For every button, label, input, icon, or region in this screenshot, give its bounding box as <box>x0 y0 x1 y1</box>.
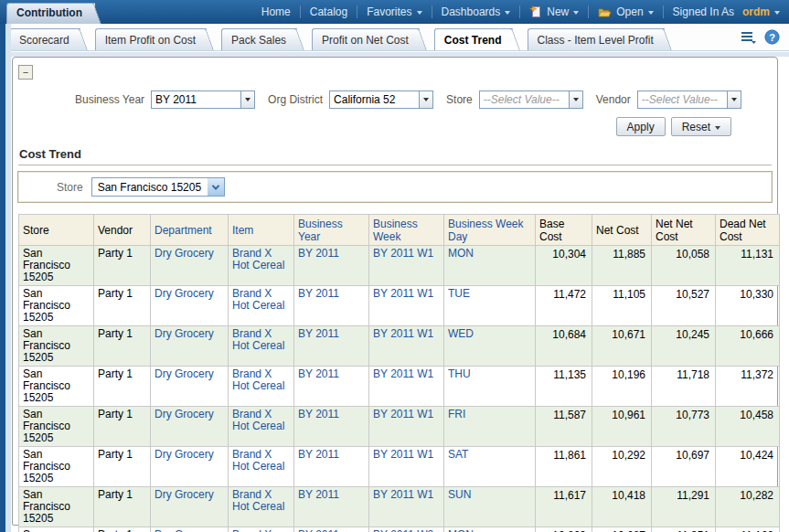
nav-home[interactable]: Home <box>258 5 294 18</box>
cell-business-week-day[interactable]: THU <box>444 367 536 407</box>
col-business-week[interactable]: Business Week <box>369 215 444 246</box>
col-department[interactable]: Department <box>151 215 229 246</box>
cell-business-year[interactable]: BY 2011 <box>294 487 369 527</box>
col-item[interactable]: Item <box>229 215 294 246</box>
cell-item[interactable]: Brand X Hot Cereal <box>229 527 294 532</box>
prompt-label: Vendor <box>596 93 631 106</box>
cell-department[interactable]: Dry Grocery <box>151 367 229 407</box>
cell-business-week[interactable]: BY 2011 W2 <box>369 527 444 532</box>
cell-dead-net-cost: 11,131 <box>716 246 780 286</box>
cell-business-week-day[interactable]: WED <box>444 326 536 367</box>
combobox-placeholder: --Select Value-- <box>638 91 727 108</box>
cell-business-week[interactable]: BY 2011 W1 <box>369 367 444 407</box>
prompt-org-district: Org District California 52 <box>268 90 433 109</box>
cell-department[interactable]: Dry Grocery <box>151 407 229 447</box>
nav-open[interactable]: Open <box>594 5 656 18</box>
dropdown-arrow-icon[interactable] <box>419 91 432 108</box>
collapse-prompts-button[interactable]: − <box>18 65 33 80</box>
col-business-week-day[interactable]: Business Week Day <box>444 215 536 246</box>
cell-business-week[interactable]: BY 2011 W1 <box>369 407 444 447</box>
vendor-combobox[interactable]: --Select Value-- <box>637 90 741 109</box>
col-dead-net-cost: Dead Net Cost <box>716 215 780 246</box>
dropdown-arrow-icon[interactable] <box>240 91 254 108</box>
help-icon[interactable]: ? <box>764 29 780 45</box>
left-accent-strip-light <box>5 24 11 532</box>
cell-item[interactable]: Brand X Hot Cereal <box>229 367 294 407</box>
nav-dashboards[interactable]: Dashboards <box>438 5 515 18</box>
tab-item-profit-on-cost[interactable]: Item Profit on Cost <box>95 28 207 50</box>
cell-base-cost: 11,587 <box>536 407 592 447</box>
cell-department[interactable]: Dry Grocery <box>151 487 229 527</box>
cell-department[interactable]: Dry Grocery <box>151 527 229 532</box>
col-store: Store <box>19 215 94 246</box>
cell-business-week-day[interactable]: FRI <box>444 407 536 447</box>
apply-button[interactable]: Apply <box>616 117 666 136</box>
signed-in-menu[interactable]: Signed In As ordm <box>669 5 784 18</box>
tab-cost-trend[interactable]: Cost Trend <box>434 28 513 50</box>
tab-pack-sales[interactable]: Pack Sales <box>221 28 297 50</box>
prompt-buttons: Apply Reset <box>13 117 731 136</box>
cell-business-year[interactable]: BY 2011 <box>294 286 369 326</box>
cell-department[interactable]: Dry Grocery <box>151 447 229 487</box>
cell-business-week-day[interactable]: TUE <box>444 286 536 326</box>
nav-favorites[interactable]: Favorites <box>363 5 425 18</box>
cell-business-year[interactable]: BY 2011 <box>294 407 369 447</box>
col-business-year[interactable]: Business Year <box>294 215 369 246</box>
nav-new[interactable]: New <box>526 5 582 18</box>
cell-net-net-cost: 11,718 <box>652 367 716 407</box>
cell-store: San Francisco 15205 <box>19 246 94 286</box>
chevron-down-icon <box>774 11 780 15</box>
cell-net-cost: 10,961 <box>592 407 652 447</box>
cell-net-net-cost: 11,351 <box>652 527 716 532</box>
store-combobox[interactable]: --Select Value-- <box>479 90 583 109</box>
store-select[interactable]: San Francisco 15205 <box>91 177 225 197</box>
cell-business-week[interactable]: BY 2011 W1 <box>369 447 444 487</box>
signed-in-text: Signed In As <box>673 5 734 18</box>
dashboard-tab-contribution[interactable]: Contribution <box>6 3 95 24</box>
cell-item[interactable]: Brand X Hot Cereal <box>229 447 294 487</box>
cell-department[interactable]: Dry Grocery <box>151 246 229 286</box>
dropdown-arrow-icon[interactable] <box>727 91 741 108</box>
tab-profit-on-net-cost[interactable]: Profit on Net Cost <box>312 28 420 50</box>
prompt-label: Org District <box>268 93 323 106</box>
tab-class-item-level-profit[interactable]: Class - Item Level Profit <box>528 28 665 50</box>
cell-item[interactable]: Brand X Hot Cereal <box>229 286 294 326</box>
cell-base-cost: 10,684 <box>536 326 592 367</box>
cell-net-cost: 10,292 <box>592 447 652 487</box>
cell-net-cost: 10,687 <box>592 527 652 532</box>
org-district-combobox[interactable]: California 52 <box>329 90 433 109</box>
cell-department[interactable]: Dry Grocery <box>151 326 229 367</box>
cell-business-week[interactable]: BY 2011 W1 <box>369 246 444 286</box>
dropdown-arrow-icon[interactable] <box>569 91 582 108</box>
cell-business-year[interactable]: BY 2011 <box>294 527 369 532</box>
cell-base-cost: 10,304 <box>536 246 592 286</box>
tab-scorecard[interactable]: Scorecard <box>9 28 80 50</box>
cell-dead-net-cost: 11,166 <box>716 527 780 532</box>
cell-business-year[interactable]: BY 2011 <box>294 367 369 407</box>
cell-business-week-day[interactable]: MON <box>444 527 536 532</box>
cell-business-week[interactable]: BY 2011 W1 <box>369 487 444 527</box>
cell-item[interactable]: Brand X Hot Cereal <box>229 407 294 447</box>
page-options-icon[interactable] <box>741 30 756 44</box>
cell-business-year[interactable]: BY 2011 <box>294 246 369 286</box>
reset-button[interactable]: Reset <box>671 117 731 136</box>
cell-business-week-day[interactable]: SAT <box>444 447 536 487</box>
cell-business-week[interactable]: BY 2011 W1 <box>369 286 444 326</box>
table-header-row: Store Vendor Department Item Business Ye… <box>19 215 780 246</box>
cell-business-week-day[interactable]: SUN <box>444 487 536 527</box>
combobox-value: California 52 <box>330 91 419 108</box>
cell-item[interactable]: Brand X Hot Cereal <box>229 487 294 527</box>
cell-department[interactable]: Dry Grocery <box>151 286 229 326</box>
cell-store: San Francisco 15205 <box>19 447 94 487</box>
nav-catalog[interactable]: Catalog <box>306 5 351 18</box>
cell-net-cost: 10,671 <box>592 326 652 367</box>
cell-business-week-day[interactable]: MON <box>444 246 536 286</box>
business-year-combobox[interactable]: BY 2011 <box>151 90 255 109</box>
cell-dead-net-cost: 10,330 <box>716 286 780 326</box>
cell-business-year[interactable]: BY 2011 <box>294 326 369 367</box>
select-arrow-icon[interactable] <box>208 178 224 196</box>
cell-business-year[interactable]: BY 2011 <box>294 447 369 487</box>
cell-item[interactable]: Brand X Hot Cereal <box>229 326 294 367</box>
cell-business-week[interactable]: BY 2011 W1 <box>369 326 444 367</box>
cell-item[interactable]: Brand X Hot Cereal <box>229 246 294 286</box>
